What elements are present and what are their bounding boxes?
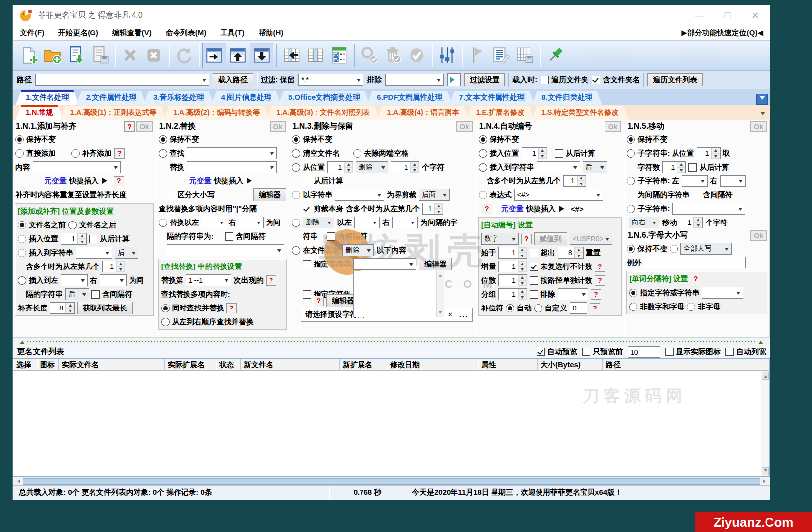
spinner-down-icon[interactable] xyxy=(434,209,443,214)
radio-option[interactable]: 表达式 xyxy=(479,190,512,200)
traverse-file-list-button[interactable]: 遍历文件列表 xyxy=(647,73,703,86)
spinner-down-icon[interactable] xyxy=(78,239,86,244)
spinner-up-icon[interactable] xyxy=(78,233,86,239)
combo-box[interactable] xyxy=(354,217,380,228)
column-select-button[interactable] xyxy=(304,43,327,68)
column-header-4[interactable]: 实际扩展名 xyxy=(165,359,216,370)
spinner-input[interactable]: 1 xyxy=(498,274,527,286)
radio-option[interactable]: 非字母 xyxy=(687,302,720,311)
combo-box[interactable] xyxy=(537,161,580,173)
tab-sub-7[interactable]: 1.S.特定类型文件名修改 xyxy=(532,106,629,120)
combo-box[interactable] xyxy=(187,161,277,173)
help-button[interactable]: ? xyxy=(591,289,601,300)
column-left-button[interactable] xyxy=(280,43,304,68)
spinner-input[interactable]: 1 xyxy=(498,261,527,272)
ok-button[interactable]: Ok xyxy=(750,121,767,132)
ok-button[interactable]: Ok xyxy=(750,230,767,241)
panel-right-button[interactable] xyxy=(202,43,226,68)
tab-sub-3[interactable]: 1.A.高级(2)：编码与转换等 xyxy=(163,106,270,120)
combo-box[interactable] xyxy=(76,247,112,259)
checkbox-option[interactable]: 未复选行不计数 xyxy=(530,262,592,271)
help-button[interactable]: ? xyxy=(226,303,237,313)
scroll-up-icon[interactable] xyxy=(762,372,769,380)
checkbox-option[interactable]: 按路径单独计数 xyxy=(530,276,592,285)
tab-sub-2[interactable]: 1.A.高级(1)：正则表达式等 xyxy=(60,106,167,120)
radio-option[interactable]: 保持不变 xyxy=(159,135,199,144)
column-header-8[interactable]: 修改日期 xyxy=(387,359,478,370)
text-input[interactable] xyxy=(644,257,746,268)
radio-option[interactable]: 从左到右顺序查找并替换 xyxy=(161,317,254,327)
column-header-7[interactable]: 新扩展名 xyxy=(340,359,387,370)
combo-box[interactable]: 后 xyxy=(115,247,138,259)
checklist-button[interactable] xyxy=(327,43,351,68)
combo-box[interactable]: 全部大写 xyxy=(680,243,732,255)
tab-main-7[interactable]: 7.文本文件属性处理 xyxy=(450,91,535,105)
combo-box[interactable] xyxy=(187,147,277,159)
scroll-left-icon[interactable] xyxy=(14,478,22,484)
radio-option[interactable]: 插入到字符串 xyxy=(18,248,73,258)
apply-filter-icon[interactable] xyxy=(447,73,461,86)
checkbox-option[interactable]: 排除 xyxy=(530,290,555,299)
tab-sub-5[interactable]: 1.A.高级(4)：语言脚本 xyxy=(377,106,469,120)
combo-box[interactable] xyxy=(202,217,226,228)
menu-command-list[interactable]: 命令列表(M) xyxy=(166,28,207,38)
radio-option[interactable]: 替换以左 xyxy=(159,218,199,227)
filter-keep-combo[interactable]: *.* xyxy=(298,74,363,86)
combo-box[interactable]: 后 xyxy=(583,161,607,173)
combo-box[interactable] xyxy=(392,217,418,228)
meta-variable-link[interactable]: 元变量 xyxy=(45,177,67,186)
combo-box[interactable]: 删除 xyxy=(342,244,374,256)
tab-main-overflow-icon[interactable] xyxy=(756,94,768,105)
combo-box[interactable] xyxy=(100,274,127,286)
spinner-up-icon[interactable] xyxy=(518,247,527,253)
spinner-up-icon[interactable] xyxy=(712,148,720,153)
spinner-input[interactable]: 8 xyxy=(50,302,75,314)
combo-box[interactable] xyxy=(335,189,384,201)
column-header-3[interactable]: 实际文件名 xyxy=(59,359,165,370)
combo-box[interactable] xyxy=(33,161,121,173)
spinner-up-icon[interactable] xyxy=(575,247,583,253)
column-header-1[interactable]: 选择 xyxy=(13,359,37,370)
more-icon[interactable]: ... xyxy=(459,310,469,319)
column-header-5[interactable]: 状态 xyxy=(216,359,241,370)
radio-option[interactable]: 直接添加 xyxy=(15,149,56,158)
radio-option[interactable]: 同时查找并替换 xyxy=(161,304,224,313)
menu-start-rename[interactable]: 开始更名(G) xyxy=(58,28,98,38)
combo-box[interactable]: 1~-1 xyxy=(186,274,231,286)
close-button[interactable]: ✕ xyxy=(751,10,759,21)
tab-sub-1[interactable]: 1.N.常规 xyxy=(16,105,63,120)
radio-option[interactable]: 非数字和字母 xyxy=(629,302,684,311)
panel-down-button[interactable] xyxy=(250,43,273,68)
checkbox-option[interactable]: 含间隔符 xyxy=(327,232,367,241)
expand-arrow-icon[interactable] xyxy=(559,206,567,212)
tab-main-4[interactable]: 4.图片信息处理 xyxy=(211,91,282,105)
spinner-down-icon[interactable] xyxy=(577,181,586,186)
checkbox-option[interactable]: 从后计算 xyxy=(555,149,595,158)
spinner-down-icon[interactable] xyxy=(116,266,125,272)
spinner-down-icon[interactable] xyxy=(344,167,353,173)
combo-box[interactable] xyxy=(239,217,264,228)
radio-option[interactable]: 文件名之后 xyxy=(68,221,116,230)
push-button[interactable]: 编辑器 xyxy=(253,188,286,201)
combo-box[interactable] xyxy=(672,203,745,215)
textarea-scrollbar[interactable] xyxy=(436,271,444,317)
spinner-input[interactable]: 1 xyxy=(102,261,125,272)
radio-option[interactable]: 指定字符或字符串 xyxy=(629,288,699,298)
help-button[interactable]: ? xyxy=(314,296,324,306)
radio-option[interactable]: 清空文件名 xyxy=(292,149,340,158)
traverse-folders-checkbox[interactable]: 遍历文件夹 xyxy=(541,75,588,85)
trash-check-button[interactable] xyxy=(381,43,405,68)
spinner-input[interactable]: 1 xyxy=(697,147,721,159)
spinner-up-icon[interactable] xyxy=(518,275,527,280)
radio-option[interactable] xyxy=(292,219,300,227)
refresh-button[interactable] xyxy=(172,43,196,68)
vertical-scrollbar[interactable] xyxy=(761,371,769,476)
spinner-input[interactable]: 1 xyxy=(422,203,443,215)
list-option-4[interactable]: 自动列宽 xyxy=(725,347,766,356)
combo-box[interactable]: 后 xyxy=(65,288,89,300)
radio-option[interactable]: 插入位置 xyxy=(18,234,58,244)
combo-box[interactable] xyxy=(167,244,284,256)
scrollbar-thumb[interactable] xyxy=(23,478,760,485)
push-button[interactable]: 编辑器 xyxy=(419,258,452,270)
spinner-down-icon[interactable] xyxy=(66,308,74,313)
